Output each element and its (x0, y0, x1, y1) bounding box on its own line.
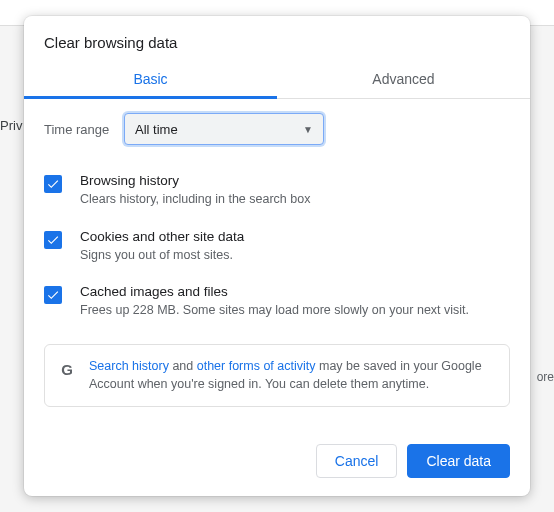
time-range-select[interactable]: All time ▼ (124, 113, 324, 145)
time-range-label: Time range (44, 122, 124, 137)
time-range-row: Time range All time ▼ (44, 113, 510, 145)
tab-advanced[interactable]: Advanced (277, 59, 530, 98)
cancel-button[interactable]: Cancel (316, 444, 398, 478)
option-text: Cached images and files Frees up 228 MB.… (80, 284, 469, 320)
check-icon (46, 288, 60, 302)
option-cookies: Cookies and other site data Signs you ou… (44, 223, 510, 279)
checkbox-browsing-history[interactable] (44, 175, 62, 193)
option-title: Cached images and files (80, 284, 469, 299)
notice-text: Search history and other forms of activi… (89, 357, 495, 395)
clear-browsing-data-dialog: Clear browsing data Basic Advanced Time … (24, 16, 530, 496)
notice-mid1: and (169, 359, 197, 373)
checkbox-cookies[interactable] (44, 231, 62, 249)
checkbox-cache[interactable] (44, 286, 62, 304)
google-account-notice: G Search history and other forms of acti… (44, 344, 510, 408)
option-desc: Frees up 228 MB. Some sites may load mor… (80, 302, 469, 320)
option-desc: Signs you out of most sites. (80, 247, 244, 265)
dialog-body: Time range All time ▼ Browsing history C… (24, 99, 530, 430)
check-icon (46, 233, 60, 247)
option-title: Cookies and other site data (80, 229, 244, 244)
google-logo-icon: G (59, 359, 75, 375)
option-text: Cookies and other site data Signs you ou… (80, 229, 244, 265)
option-desc: Clears history, including in the search … (80, 191, 310, 209)
link-other-activity[interactable]: other forms of activity (197, 359, 316, 373)
clear-data-button[interactable]: Clear data (407, 444, 510, 478)
link-search-history[interactable]: Search history (89, 359, 169, 373)
dialog-footer: Cancel Clear data (24, 430, 530, 496)
option-cache: Cached images and files Frees up 228 MB.… (44, 278, 510, 334)
tab-basic[interactable]: Basic (24, 59, 277, 98)
chevron-down-icon: ▼ (303, 124, 313, 135)
dialog-title: Clear browsing data (24, 16, 530, 59)
time-range-value: All time (135, 122, 178, 137)
bg-more-text: ore (537, 370, 554, 384)
option-title: Browsing history (80, 173, 310, 188)
option-text: Browsing history Clears history, includi… (80, 173, 310, 209)
option-browsing-history: Browsing history Clears history, includi… (44, 167, 510, 223)
bg-side-label: Priv (0, 118, 22, 133)
tab-bar: Basic Advanced (24, 59, 530, 99)
check-icon (46, 177, 60, 191)
